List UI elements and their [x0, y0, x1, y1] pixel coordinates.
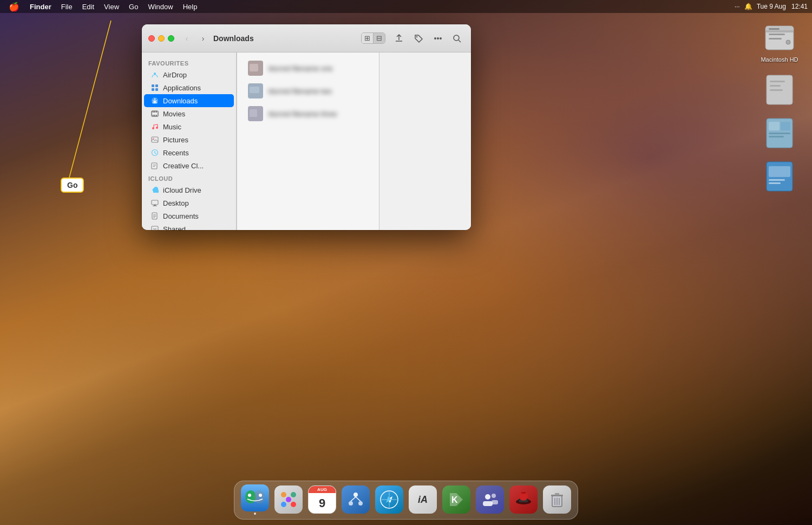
svg-point-6 — [786, 40, 790, 44]
music-label: Music — [163, 123, 181, 131]
svg-rect-36 — [154, 115, 155, 116]
documents-icon — [150, 212, 159, 220]
share-button[interactable] — [391, 32, 407, 45]
apple-menu[interactable]: 🍎 — [4, 2, 24, 12]
sidebar-item-documents[interactable]: Documents — [144, 209, 234, 222]
svg-point-60 — [259, 494, 262, 497]
dock-teams[interactable] — [475, 484, 505, 515]
share-more-button[interactable] — [430, 32, 446, 45]
creative-icon — [150, 161, 159, 170]
forward-button[interactable]: › — [197, 32, 209, 44]
svg-point-59 — [248, 494, 251, 497]
file-item-2[interactable]: blurred filename two — [241, 80, 375, 102]
airdrop-label: AirDrop — [163, 71, 187, 79]
finder-title: Downloads — [213, 34, 254, 43]
dock-sourcetree[interactable] — [340, 484, 371, 515]
dock-safari[interactable] — [374, 484, 404, 515]
close-button[interactable] — [148, 35, 155, 42]
hd-icon-image — [763, 22, 796, 54]
finder-dock-icon — [241, 484, 269, 511]
sidebar-item-desktop[interactable]: Desktop — [144, 196, 234, 209]
sourcetree-dock-icon — [342, 485, 370, 514]
svg-line-24 — [459, 40, 461, 42]
search-button[interactable] — [449, 32, 464, 44]
desktop-icon-macintosh-hd[interactable]: Macintosh HD — [758, 22, 801, 63]
teams-dock-icon — [476, 485, 504, 514]
file-list: blurred filename one blurred filename tw… — [237, 52, 379, 129]
menubar-notification[interactable]: 🔔 — [744, 3, 752, 10]
dock-launchpad[interactable] — [273, 484, 304, 515]
svg-point-21 — [437, 37, 438, 38]
svg-point-58 — [254, 490, 265, 503]
menubar-edit[interactable]: Edit — [78, 2, 98, 12]
grid-view-btn[interactable]: ⊟ — [374, 33, 385, 43]
svg-point-65 — [286, 497, 291, 502]
dock-ia-writer[interactable]: iA — [408, 484, 438, 515]
svg-point-20 — [435, 37, 436, 38]
menubar-app-name[interactable]: Finder — [26, 2, 55, 12]
svg-rect-34 — [156, 111, 157, 113]
toolbar-buttons: ⊞ ⊟ — [361, 32, 464, 45]
dock-calendar[interactable]: AUG 9 — [307, 484, 337, 515]
svg-text:K: K — [451, 495, 458, 504]
finder-sidebar: Favourites AirDrop — [142, 52, 237, 230]
calendar-day: 9 — [319, 493, 325, 513]
svg-rect-18 — [769, 179, 785, 181]
sidebar-item-creative[interactable]: Creative Cl... — [144, 159, 234, 172]
svg-point-22 — [440, 37, 441, 38]
applications-label: Applications — [163, 84, 201, 92]
sidebar-item-applications[interactable]: Applications — [144, 81, 234, 94]
desktop-icon-file-gray[interactable] — [758, 74, 801, 106]
sidebar-item-shared[interactable]: Shared — [144, 222, 234, 230]
sidebar-item-music[interactable]: Music — [144, 120, 234, 133]
sidebar-item-recents[interactable]: Recents — [144, 146, 234, 159]
menubar-datetime: Tue 9 Aug 12:41 — [757, 3, 808, 10]
sidebar-item-airdrop[interactable]: AirDrop — [144, 68, 234, 81]
svg-rect-28 — [152, 88, 154, 91]
svg-point-62 — [291, 492, 296, 497]
svg-rect-46 — [153, 206, 157, 206]
file-gray-image — [763, 74, 796, 106]
sidebar-item-icloud-drive[interactable]: iCloud Drive — [144, 183, 234, 196]
svg-rect-10 — [770, 89, 783, 91]
menubar-go[interactable]: Go — [125, 2, 142, 12]
svg-rect-43 — [152, 163, 157, 169]
sidebar-item-movies[interactable]: Movies — [144, 107, 234, 120]
menubar-view[interactable]: View — [100, 2, 123, 12]
pictures-icon — [150, 135, 159, 144]
svg-rect-87 — [555, 493, 559, 495]
sidebar-item-pictures[interactable]: Pictures — [144, 133, 234, 146]
svg-rect-54 — [250, 109, 257, 117]
svg-rect-35 — [153, 115, 154, 116]
svg-rect-3 — [769, 28, 780, 30]
launchpad-dock-icon — [274, 485, 303, 514]
desktop-icon-file-colorful[interactable] — [758, 117, 801, 149]
column-view-btn[interactable]: ⊞ — [362, 33, 374, 43]
dock-trash[interactable] — [542, 484, 572, 515]
finder-preview-pane — [379, 52, 471, 230]
svg-rect-15 — [769, 136, 784, 137]
svg-rect-4 — [769, 34, 785, 35]
safari-dock-icon — [375, 485, 403, 514]
tag-button[interactable] — [410, 32, 427, 45]
back-button[interactable]: ‹ — [181, 32, 193, 44]
svg-rect-9 — [770, 85, 781, 87]
file-blue-image — [763, 160, 796, 193]
minimize-button[interactable] — [158, 35, 165, 42]
menubar-file[interactable]: File — [57, 2, 76, 12]
traffic-lights — [148, 35, 174, 42]
finder-main[interactable]: blurred filename one blurred filename tw… — [237, 52, 379, 230]
file-item-3[interactable]: blurred filename three — [241, 102, 375, 125]
menubar-window[interactable]: Window — [144, 2, 176, 12]
finder-window: ‹ › Downloads ⊞ ⊟ — [142, 24, 471, 230]
file-item-1[interactable]: blurred filename one — [241, 57, 375, 80]
movies-label: Movies — [163, 110, 185, 118]
dock-finder[interactable] — [240, 484, 270, 515]
maximize-button[interactable] — [168, 35, 174, 42]
desktop-icon-file-blue[interactable] — [758, 160, 801, 193]
menubar-help[interactable]: Help — [179, 2, 201, 12]
menubar-left: 🍎 Finder File Edit View Go Window Help — [4, 2, 201, 12]
dock-keka[interactable]: K — [441, 484, 472, 515]
dock-advertising[interactable] — [508, 484, 539, 515]
sidebar-item-downloads[interactable]: Downloads — [144, 94, 234, 107]
